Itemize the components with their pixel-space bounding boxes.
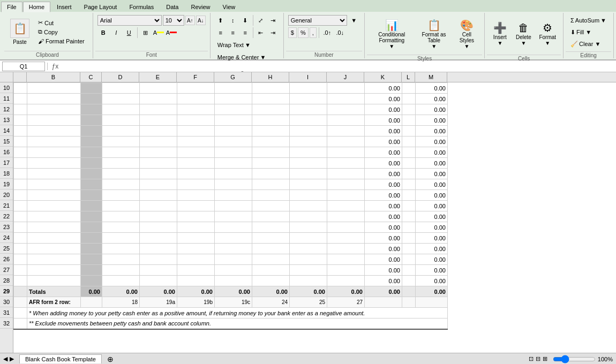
format-painter-button[interactable]: 🖌 Format Painter bbox=[35, 37, 87, 46]
insert-button[interactable]: ➕ Insert ▼ bbox=[489, 15, 510, 52]
page-break-view-button[interactable]: ⊞ bbox=[543, 355, 547, 362]
grid-scroll[interactable]: 0.00 0.00 0.000.00 0.000.00 0.000.00 0.0… bbox=[13, 82, 616, 353]
cell-a10[interactable] bbox=[14, 83, 27, 94]
comma-button[interactable]: , bbox=[310, 27, 317, 38]
tab-home[interactable]: Home bbox=[23, 2, 50, 12]
delete-button[interactable]: 🗑 Delete ▼ bbox=[513, 15, 534, 52]
align-bottom-button[interactable]: ⬇ bbox=[239, 15, 251, 26]
totals-d29[interactable]: 0.00 bbox=[102, 286, 140, 297]
fill-color-button[interactable]: A bbox=[153, 27, 164, 38]
font-family-select[interactable]: Arial bbox=[97, 15, 162, 26]
sheet-nav-prev[interactable]: ◀ bbox=[3, 355, 7, 362]
number-format-dropdown[interactable]: ▼ bbox=[348, 15, 360, 26]
afr-j30[interactable]: 27 bbox=[327, 297, 365, 308]
col-header-j[interactable]: J bbox=[327, 72, 364, 82]
cell-g10[interactable] bbox=[215, 83, 252, 94]
underline-button[interactable]: U bbox=[123, 27, 135, 38]
totals-c29[interactable]: 0.00 bbox=[81, 286, 102, 297]
cell-l10[interactable] bbox=[402, 83, 416, 94]
currency-button[interactable]: $ bbox=[288, 27, 297, 38]
decrease-decimal-button[interactable]: .0↓ bbox=[334, 27, 346, 38]
conditional-formatting-button[interactable]: 📊 Conditional Formatting ▼ bbox=[369, 15, 415, 52]
col-header-m[interactable]: M bbox=[415, 72, 447, 82]
align-middle-button[interactable]: ↕ bbox=[227, 15, 239, 26]
align-top-button[interactable]: ⬆ bbox=[215, 15, 227, 26]
cell-k10[interactable]: 0.00 bbox=[365, 83, 402, 94]
font-color-button[interactable]: A bbox=[166, 27, 177, 38]
layout-view-button[interactable]: ⊟ bbox=[536, 355, 540, 362]
col-header-d[interactable]: D bbox=[102, 72, 139, 82]
afr-e30[interactable]: 19a bbox=[140, 297, 177, 308]
afr-k30[interactable] bbox=[365, 297, 402, 308]
afr-f30[interactable]: 19b bbox=[177, 297, 215, 308]
afr-label[interactable]: AFR form 2 row: bbox=[27, 297, 81, 308]
totals-k29[interactable]: 0.00 bbox=[365, 286, 402, 297]
cell-d10[interactable] bbox=[102, 83, 140, 94]
percent-button[interactable]: % bbox=[298, 27, 309, 38]
col-header-f[interactable]: F bbox=[177, 72, 214, 82]
cell-h10[interactable] bbox=[252, 83, 290, 94]
tab-formulas[interactable]: Formulas bbox=[123, 2, 160, 12]
afr-i30[interactable]: 25 bbox=[290, 297, 327, 308]
number-format-select[interactable]: General bbox=[288, 15, 347, 26]
col-header-i[interactable]: I bbox=[289, 72, 327, 82]
tab-page-layout[interactable]: Page Layout bbox=[78, 2, 123, 12]
col-header-e[interactable]: E bbox=[139, 72, 177, 82]
name-box[interactable] bbox=[2, 62, 45, 71]
bold-button[interactable]: B bbox=[97, 27, 109, 38]
copy-button[interactable]: ⧉ Copy bbox=[35, 27, 87, 36]
tab-file[interactable]: File bbox=[1, 2, 22, 12]
zoom-slider[interactable] bbox=[553, 355, 596, 363]
tab-data[interactable]: Data bbox=[160, 2, 184, 12]
col-header-l[interactable]: L bbox=[402, 72, 415, 82]
align-right-button[interactable]: ≡ bbox=[239, 27, 251, 38]
col-header-h[interactable]: H bbox=[252, 72, 289, 82]
sheet-nav-next[interactable]: ▶ bbox=[10, 355, 14, 362]
cell-i10[interactable] bbox=[290, 83, 327, 94]
increase-decimal-button[interactable]: .0↑ bbox=[321, 27, 333, 38]
tab-review[interactable]: Review bbox=[185, 2, 216, 12]
col-header-b[interactable]: B bbox=[27, 72, 80, 82]
increase-indent-button[interactable]: ⇥ bbox=[267, 27, 279, 38]
afr-h30[interactable]: 24 bbox=[252, 297, 290, 308]
tab-insert[interactable]: Insert bbox=[51, 2, 78, 12]
afr-l30[interactable] bbox=[402, 297, 416, 308]
formula-input[interactable] bbox=[63, 62, 614, 71]
increase-font-size-button[interactable]: A↑ bbox=[185, 16, 195, 25]
totals-j29[interactable]: 0.00 bbox=[327, 286, 365, 297]
paste-button[interactable]: 📋 Paste bbox=[6, 17, 33, 47]
font-size-select[interactable]: 10 bbox=[163, 15, 184, 26]
afr-g30[interactable]: 19c bbox=[215, 297, 252, 308]
cell-b10[interactable] bbox=[27, 83, 81, 94]
totals-e29[interactable]: 0.00 bbox=[140, 286, 177, 297]
totals-label[interactable]: Totals bbox=[27, 286, 81, 297]
decrease-font-size-button[interactable]: A↓ bbox=[196, 16, 206, 25]
cell-m10[interactable]: 0.00 bbox=[416, 83, 448, 94]
cell-a30[interactable] bbox=[14, 297, 27, 308]
cell-a29[interactable] bbox=[14, 286, 27, 297]
afr-m30[interactable] bbox=[416, 297, 448, 308]
cell-c10[interactable] bbox=[81, 83, 102, 94]
totals-i29[interactable]: 0.00 bbox=[290, 286, 327, 297]
cell-styles-button[interactable]: 🎨 Cell Styles ▼ bbox=[453, 15, 480, 52]
text-angle-button[interactable]: ⤢ bbox=[255, 15, 267, 26]
totals-h29[interactable]: 0.00 bbox=[252, 286, 290, 297]
cell-e10[interactable] bbox=[140, 83, 177, 94]
autosum-button[interactable]: Σ AutoSum ▼ bbox=[568, 15, 609, 26]
italic-button[interactable]: I bbox=[110, 27, 122, 38]
indent-button[interactable]: ⇥ bbox=[267, 15, 279, 26]
normal-view-button[interactable]: ⊡ bbox=[529, 355, 534, 362]
align-center-button[interactable]: ≡ bbox=[227, 27, 239, 38]
afr-d30[interactable]: 18 bbox=[102, 297, 140, 308]
tab-view[interactable]: View bbox=[217, 2, 242, 12]
decrease-indent-button[interactable]: ⇤ bbox=[255, 27, 267, 38]
format-as-table-button[interactable]: 📋 Format as Table ▼ bbox=[417, 15, 452, 52]
cell-j10[interactable] bbox=[327, 83, 365, 94]
wrap-text-button[interactable]: Wrap Text ▼ bbox=[215, 40, 253, 50]
col-header-c[interactable]: C bbox=[80, 72, 102, 82]
sheet-tab[interactable]: Blank Cash Book Template bbox=[19, 354, 102, 363]
clear-button[interactable]: 🧹 Clear ▼ bbox=[568, 39, 603, 49]
totals-g29[interactable]: 0.00 bbox=[215, 286, 252, 297]
format-button[interactable]: ⚙ Format ▼ bbox=[536, 15, 559, 52]
col-header-g[interactable]: G bbox=[214, 72, 252, 82]
